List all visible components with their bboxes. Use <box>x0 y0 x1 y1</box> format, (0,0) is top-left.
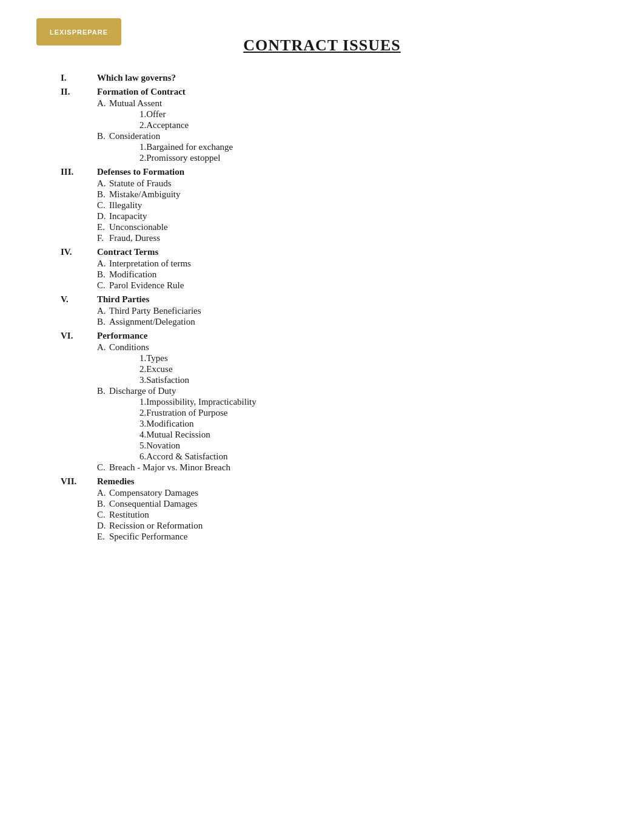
logo-text: LexisPrepare <box>50 29 108 36</box>
subsection-row: A.Interpretation of terms <box>61 259 595 269</box>
roman-numeral: I. <box>61 73 97 83</box>
num-label: 4. <box>61 430 146 440</box>
letter-label: F. <box>61 233 109 243</box>
subsection-row: A.Conditions <box>61 342 595 353</box>
num-label: 2. <box>61 408 146 418</box>
section-title: Defenses to Formation <box>97 167 184 177</box>
subsection-row: C.Breach - Major vs. Minor Breach <box>61 462 595 473</box>
subsection-text: Fraud, Duress <box>109 233 160 243</box>
section-title: Remedies <box>97 476 135 487</box>
subsection-text: Breach - Major vs. Minor Breach <box>109 462 230 473</box>
letter-label: A. <box>61 98 109 109</box>
roman-numeral: II. <box>61 87 97 97</box>
num-text: Acceptance <box>146 120 189 130</box>
numbered-item: 2.Acceptance <box>61 120 595 130</box>
num-label: 1. <box>61 109 146 120</box>
subsection-text: Conditions <box>109 342 149 353</box>
letter-label: A. <box>61 259 109 269</box>
num-label: 5. <box>61 441 146 451</box>
subsection-text: Consideration <box>109 131 160 141</box>
num-label: 1. <box>61 353 146 363</box>
subsection-row: B.Consideration <box>61 131 595 141</box>
subsection-row: C.Illegality <box>61 200 595 211</box>
letter-label: B. <box>61 269 109 280</box>
section-title: Performance <box>97 331 147 341</box>
subsection-text: Parol Evidence Rule <box>109 280 184 291</box>
subsection-row: C.Restitution <box>61 510 595 520</box>
roman-numeral: VI. <box>61 331 97 341</box>
subsection-text: Modification <box>109 269 156 280</box>
numbered-item: 6.Accord & Satisfaction <box>61 451 595 462</box>
num-label: 1. <box>61 142 146 152</box>
letter-label: A. <box>61 178 109 189</box>
subsection-row: A.Statute of Frauds <box>61 178 595 189</box>
num-text: Types <box>146 353 168 363</box>
section-row: VII.Remedies <box>61 476 595 487</box>
numbered-item: 3.Modification <box>61 419 595 429</box>
subsection-text: Mutual Assent <box>109 98 162 109</box>
numbered-item: 5.Novation <box>61 441 595 451</box>
section-i: I.Which law governs? <box>61 73 595 83</box>
subsection-row: D.Incapacity <box>61 211 595 221</box>
numbered-item: 2.Excuse <box>61 364 595 374</box>
subsection-text: Assignment/Delegation <box>109 317 195 327</box>
letter-label: A. <box>61 488 109 498</box>
logo: LexisPrepare <box>36 18 121 46</box>
subsection-row: D.Recission or Reformation <box>61 521 595 531</box>
num-text: Mutual Recission <box>146 430 210 440</box>
num-text: Offer <box>146 109 166 120</box>
roman-numeral: IV. <box>61 247 97 257</box>
page: LexisPrepare CONTRACT ISSUES I.Which law… <box>0 0 644 835</box>
section-ii: II.Formation of ContractA.Mutual Assent1… <box>61 87 595 163</box>
subsection-row: A.Mutual Assent <box>61 98 595 109</box>
letter-label: B. <box>61 317 109 327</box>
subsection-text: Illegality <box>109 200 142 211</box>
letter-label: D. <box>61 521 109 531</box>
section-v: V.Third PartiesA.Third Party Beneficiari… <box>61 294 595 327</box>
letter-label: B. <box>61 131 109 141</box>
num-label: 6. <box>61 451 146 462</box>
letter-label: E. <box>61 222 109 232</box>
letter-label: C. <box>61 200 109 211</box>
section-vii: VII.RemediesA.Compensatory DamagesB.Cons… <box>61 476 595 542</box>
num-text: Impossibility, Impracticability <box>146 397 257 407</box>
subsection-row: B.Consequential Damages <box>61 499 595 509</box>
subsection-text: Specific Performance <box>109 532 188 542</box>
section-row: III.Defenses to Formation <box>61 167 595 177</box>
subsection-text: Discharge of Duty <box>109 386 176 396</box>
roman-numeral: VII. <box>61 476 97 487</box>
subsection-text: Compensatory Damages <box>109 488 198 498</box>
subsection-row: B.Modification <box>61 269 595 280</box>
letter-label: D. <box>61 211 109 221</box>
subsection-text: Consequential Damages <box>109 499 197 509</box>
num-label: 1. <box>61 397 146 407</box>
section-row: V.Third Parties <box>61 294 595 305</box>
section-row: VI.Performance <box>61 331 595 341</box>
letter-label: E. <box>61 532 109 542</box>
numbered-item: 3.Satisfaction <box>61 375 595 385</box>
letter-label: C. <box>61 462 109 473</box>
numbered-item: 1.Impossibility, Impracticability <box>61 397 595 407</box>
letter-label: C. <box>61 510 109 520</box>
subsection-row: E.Specific Performance <box>61 532 595 542</box>
subsection-text: Statute of Frauds <box>109 178 172 189</box>
roman-numeral: V. <box>61 294 97 305</box>
letter-label: A. <box>61 342 109 353</box>
subsection-row: A.Compensatory Damages <box>61 488 595 498</box>
subsection-text: Restitution <box>109 510 149 520</box>
letter-label: A. <box>61 306 109 316</box>
num-text: Novation <box>146 441 180 451</box>
section-row: II.Formation of Contract <box>61 87 595 97</box>
num-label: 2. <box>61 153 146 163</box>
numbered-item: 2.Frustration of Purpose <box>61 408 595 418</box>
outline: I.Which law governs?II.Formation of Cont… <box>61 73 595 542</box>
section-vi: VI.PerformanceA.Conditions1.Types2.Excus… <box>61 331 595 473</box>
subsection-row: F.Fraud, Duress <box>61 233 595 243</box>
num-text: Promissory estoppel <box>146 153 220 163</box>
section-row: IV.Contract Terms <box>61 247 595 257</box>
subsection-row: A.Third Party Beneficiaries <box>61 306 595 316</box>
subsection-row: B.Mistake/Ambiguity <box>61 189 595 200</box>
num-text: Modification <box>146 419 193 429</box>
subsection-row: C.Parol Evidence Rule <box>61 280 595 291</box>
section-title: Contract Terms <box>97 247 158 257</box>
